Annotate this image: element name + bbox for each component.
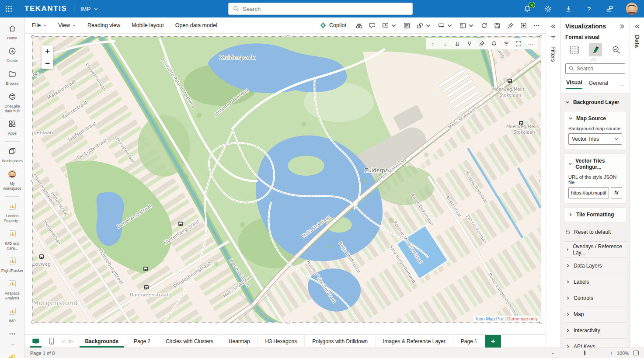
zoom-in-button[interactable]: + bbox=[42, 45, 53, 57]
data-pane-title[interactable]: Data bbox=[634, 35, 641, 48]
sidebar-item-onelake-data-hub[interactable]: OneLake data hub bbox=[0, 89, 24, 117]
sidebar-item-workspaces[interactable]: Workspaces bbox=[0, 144, 24, 167]
shapes-button[interactable] bbox=[416, 22, 432, 29]
comment-button[interactable] bbox=[369, 22, 376, 29]
workspace-switcher[interactable]: IMP bbox=[80, 6, 98, 12]
menu-item-reading-view[interactable]: Reading view bbox=[87, 22, 120, 28]
attribution-demo[interactable]: Demo use only bbox=[507, 316, 538, 321]
resize-handle[interactable] bbox=[31, 321, 34, 323]
sidebar-item-london-property[interactable]: London Property... bbox=[0, 199, 24, 226]
page-tab-images-reference-layer[interactable]: Images & Reference Layer bbox=[376, 335, 453, 348]
section-api-keys[interactable]: API Keys bbox=[564, 339, 627, 348]
copilot-button[interactable]: Copilot bbox=[320, 22, 346, 29]
selection-binoculars-button[interactable] bbox=[355, 22, 363, 29]
section-labels[interactable]: Labels bbox=[564, 274, 627, 290]
page-layout-button[interactable] bbox=[459, 22, 475, 29]
resize-handle[interactable] bbox=[31, 35, 34, 38]
global-search[interactable] bbox=[228, 3, 413, 15]
menu-item-file[interactable]: File bbox=[32, 22, 47, 28]
map-canvas[interactable]: ZuiderparkleinMarkelostraatKuinrestraatD… bbox=[33, 37, 541, 322]
zoom-out-button[interactable]: − bbox=[42, 57, 53, 69]
zoom-slider-thumb[interactable] bbox=[584, 351, 585, 355]
page-tab-circles-with-clusters[interactable]: Circles with Clusters bbox=[158, 335, 221, 348]
section-map[interactable]: Map bbox=[564, 306, 627, 323]
resize-handle[interactable] bbox=[287, 321, 289, 323]
focus-mode-icon[interactable] bbox=[513, 39, 524, 49]
style-json-url-input[interactable] bbox=[568, 187, 609, 198]
resize-handle[interactable] bbox=[287, 35, 289, 38]
icon-map-visual[interactable]: ZuiderparkleinMarkelostraatKuinrestraatD… bbox=[33, 37, 541, 322]
prev-page-icon[interactable]: ◁ bbox=[62, 339, 65, 344]
refresh-button[interactable] bbox=[480, 22, 488, 29]
add-page-button[interactable]: + bbox=[485, 335, 501, 348]
sidebar-item-airspace-analysis[interactable]: Airspace Analysis bbox=[0, 276, 24, 304]
go-to-next-level-icon[interactable]: ⇊ bbox=[452, 39, 463, 49]
sidebar-item-home[interactable]: Home bbox=[0, 21, 24, 44]
sidebar-item-power-bi[interactable]: Power BI bbox=[0, 349, 24, 358]
fit-to-page-icon[interactable] bbox=[633, 351, 639, 355]
map-source-header[interactable]: Map Source bbox=[568, 115, 622, 122]
menu-item-open-data-model[interactable]: Open data model bbox=[175, 22, 217, 28]
expand-all-icon[interactable] bbox=[464, 39, 475, 49]
help-button[interactable]: ? bbox=[585, 4, 593, 13]
waffle-menu-icon[interactable] bbox=[0, 0, 17, 17]
filters-pane-title[interactable]: Filters bbox=[550, 46, 557, 62]
analytics-icon[interactable] bbox=[609, 43, 623, 56]
page-tab-h3-hexagons[interactable]: H3 Hexagons bbox=[258, 335, 305, 348]
sidebar-item-flighttracker[interactable]: FlightTracker bbox=[0, 254, 24, 276]
menu-item-view[interactable]: View bbox=[58, 22, 76, 28]
sidebar-item-imp[interactable]: IMP bbox=[0, 304, 24, 327]
user-avatar[interactable] bbox=[626, 3, 638, 15]
tab-general[interactable]: General bbox=[589, 80, 608, 88]
download-button[interactable] bbox=[564, 4, 573, 13]
save-button[interactable] bbox=[494, 22, 501, 29]
format-tabs-more[interactable]: ... bbox=[620, 81, 624, 87]
text-box-button[interactable] bbox=[403, 22, 411, 29]
background-map-source-dropdown[interactable]: Vector Tiles bbox=[568, 133, 622, 145]
page-tab-page-2[interactable]: Page 2 bbox=[126, 335, 158, 348]
section-background-layer[interactable]: Background Layer bbox=[564, 95, 627, 109]
page-tab-heatmap[interactable]: Heatmap bbox=[221, 335, 258, 348]
mobile-view-button[interactable] bbox=[46, 335, 57, 348]
section-overlays-reference-lay[interactable]: Overlays / Reference Lay... bbox=[564, 242, 627, 258]
resize-handle[interactable] bbox=[31, 180, 34, 182]
sidebar-item-browse[interactable]: Browse bbox=[0, 66, 24, 89]
tab-visual[interactable]: Visual bbox=[566, 80, 582, 89]
feedback-button[interactable] bbox=[605, 4, 614, 13]
apps-publish-button[interactable] bbox=[520, 22, 527, 29]
vector-tiles-header[interactable]: Vector Tiles Configur... bbox=[568, 158, 622, 170]
attribution-icon-map-pro[interactable]: Icon Map Pro bbox=[476, 316, 503, 321]
search-input[interactable] bbox=[243, 6, 408, 12]
zoom-slider[interactable] bbox=[557, 353, 606, 353]
settings-button[interactable] bbox=[543, 4, 552, 13]
filter-icon[interactable] bbox=[501, 39, 512, 49]
sidebar-item-my-workspace[interactable]: My workspace bbox=[0, 167, 24, 194]
section-controls[interactable]: Controls bbox=[564, 290, 627, 306]
fx-conditional-format-button[interactable]: fx bbox=[611, 187, 622, 198]
notifications-button[interactable]: 4 bbox=[523, 4, 532, 13]
format-search-input[interactable] bbox=[577, 66, 622, 72]
desktop-view-button[interactable] bbox=[30, 335, 42, 348]
format-visual-icon[interactable] bbox=[589, 43, 602, 56]
menu-item-mobile-layout[interactable]: Mobile layout bbox=[132, 22, 164, 28]
resize-handle[interactable] bbox=[540, 321, 542, 323]
next-page-icon[interactable]: ▷ bbox=[70, 339, 73, 344]
pin-visual-icon[interactable] bbox=[477, 39, 487, 49]
sidebar-item-more[interactable]: ... bbox=[0, 327, 24, 349]
brand-logo[interactable]: TEKANTIS bbox=[24, 4, 67, 13]
section-data-layers[interactable]: Data Layers bbox=[564, 258, 627, 274]
sidebar-item-imd-and-care[interactable]: IMD and Care... bbox=[0, 226, 24, 254]
reset-to-default-button[interactable]: Reset to default bbox=[564, 226, 627, 239]
expand-data-icon[interactable] bbox=[634, 24, 640, 29]
build-visual-icon[interactable] bbox=[568, 43, 581, 56]
pin-button[interactable] bbox=[507, 22, 514, 29]
page-tab-polygons-with-drilldown[interactable]: Polygons with Drilldown bbox=[305, 335, 376, 348]
format-search[interactable] bbox=[565, 63, 625, 74]
sidebar-item-create[interactable]: Create bbox=[0, 44, 24, 66]
buttons-button[interactable] bbox=[438, 22, 453, 29]
drill-up-icon[interactable]: ↑ bbox=[428, 39, 438, 49]
page-tab-page-1[interactable]: Page 1 bbox=[453, 335, 485, 348]
more-options-icon[interactable]: ··· bbox=[526, 39, 536, 49]
section-interactivity[interactable]: Interactivity bbox=[564, 323, 627, 339]
resize-handle[interactable] bbox=[540, 180, 542, 182]
